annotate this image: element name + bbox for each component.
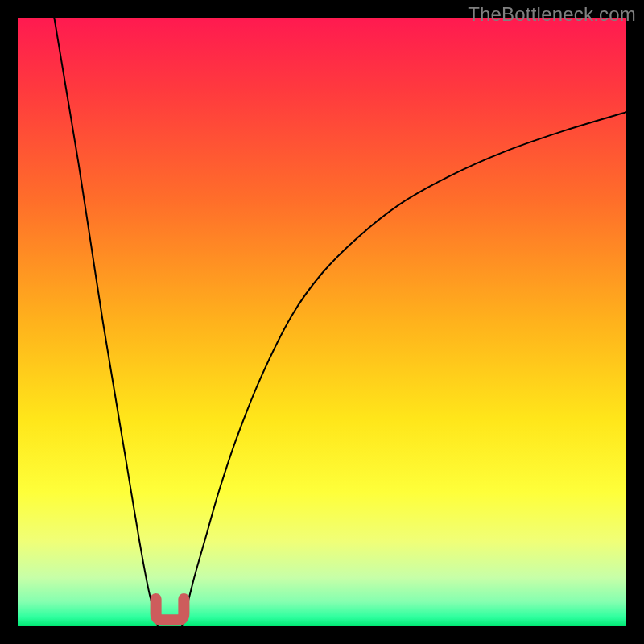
plot-area xyxy=(18,18,626,626)
chart-frame: TheBottleneck.com xyxy=(0,0,644,644)
watermark-text: TheBottleneck.com xyxy=(468,3,636,26)
bottleneck-chart xyxy=(18,18,626,626)
gradient-background xyxy=(18,18,626,626)
